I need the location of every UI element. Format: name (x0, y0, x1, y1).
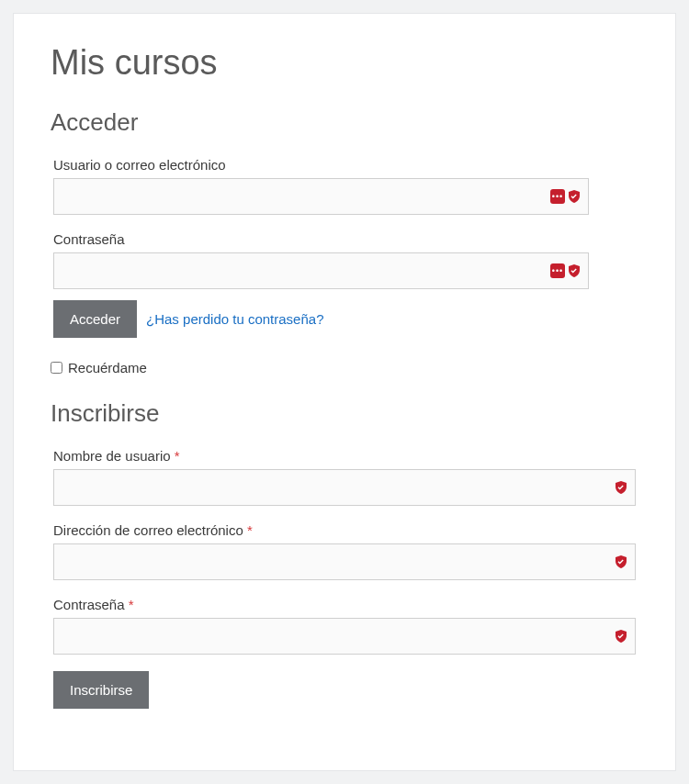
login-password-wrap: ••• (53, 252, 589, 289)
password-manager-icons (614, 554, 628, 569)
remember-me-row: Recuérdame (51, 360, 638, 375)
register-heading: Inscribirse (51, 399, 638, 428)
lost-password-link[interactable]: ¿Has perdido tu contraseña? (146, 311, 323, 327)
login-username-row: Usuario o correo electrónico ••• (53, 157, 589, 215)
login-heading: Acceder (51, 108, 638, 137)
remember-me-label: Recuérdame (68, 360, 147, 375)
login-username-label: Usuario o correo electrónico (53, 157, 589, 173)
required-asterisk: * (247, 522, 253, 538)
register-email-row: Dirección de correo electrónico * (53, 522, 636, 580)
login-form: Usuario o correo electrónico ••• Contras… (53, 157, 589, 338)
required-asterisk: * (129, 597, 134, 612)
register-password-label: Contraseña * (53, 597, 636, 612)
login-username-input[interactable] (53, 178, 589, 215)
register-email-wrap (53, 543, 636, 580)
register-username-row: Nombre de usuario * (53, 448, 636, 506)
login-password-row: Contraseña ••• (53, 231, 589, 289)
register-email-label-text: Dirección de correo electrónico (53, 522, 243, 538)
dots-icon[interactable]: ••• (550, 189, 565, 204)
register-username-wrap (53, 469, 636, 506)
login-password-label: Contraseña (53, 231, 589, 247)
register-email-label: Dirección de correo electrónico * (53, 522, 636, 538)
register-password-wrap (53, 618, 636, 655)
login-actions: Acceder ¿Has perdido tu contraseña? (53, 300, 589, 338)
login-username-wrap: ••• (53, 178, 589, 215)
register-submit-button[interactable]: Inscribirse (53, 671, 149, 709)
register-username-label: Nombre de usuario * (53, 448, 636, 464)
password-manager-icons (614, 629, 628, 644)
remember-me-checkbox[interactable] (51, 362, 62, 374)
register-email-input[interactable] (53, 543, 636, 580)
shield-icon[interactable] (567, 189, 582, 204)
password-manager-icons (614, 480, 628, 495)
register-password-input[interactable] (53, 618, 636, 655)
password-manager-icons: ••• (550, 189, 582, 204)
required-asterisk: * (175, 448, 180, 464)
register-password-label-text: Contraseña (53, 597, 125, 612)
register-username-input[interactable] (53, 469, 636, 506)
login-password-input[interactable] (53, 252, 589, 289)
register-form: Nombre de usuario * Dirección de correo … (53, 448, 636, 709)
content-card: Mis cursos Acceder Usuario o correo elec… (13, 13, 676, 771)
dots-icon[interactable]: ••• (550, 263, 565, 278)
shield-icon[interactable] (614, 554, 628, 569)
page-title: Mis cursos (51, 43, 638, 83)
register-password-row: Contraseña * (53, 597, 636, 655)
password-manager-icons: ••• (550, 263, 582, 278)
login-submit-button[interactable]: Acceder (53, 300, 137, 338)
register-username-label-text: Nombre de usuario (53, 448, 171, 464)
shield-icon[interactable] (614, 629, 628, 644)
shield-icon[interactable] (567, 263, 582, 278)
shield-icon[interactable] (614, 480, 628, 495)
